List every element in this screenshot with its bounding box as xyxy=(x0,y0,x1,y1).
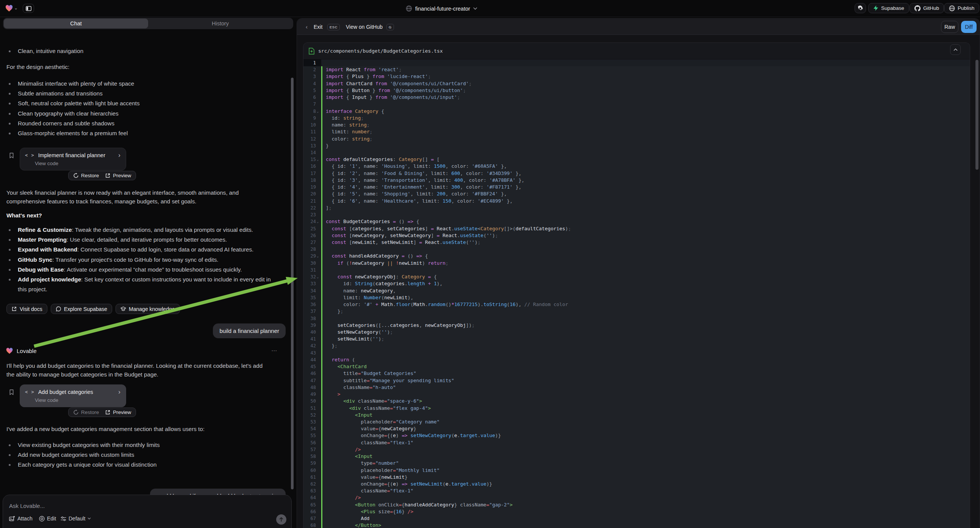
esc-key-badge: ESC xyxy=(327,24,340,30)
project-switcher[interactable]: financial-future-creator xyxy=(406,0,477,17)
code-line: 11 limit: number; xyxy=(304,129,970,135)
supabase-label: Supabase xyxy=(881,5,904,11)
exit-button[interactable]: Exit xyxy=(313,19,322,35)
logo-chevron-down-icon[interactable]: ⌄ xyxy=(14,5,18,11)
code-line: 7 xyxy=(304,101,970,108)
raw-toggle-button[interactable]: Raw xyxy=(941,21,958,33)
code-line: 21 { id: '6', name: 'Healthcare', limit:… xyxy=(304,198,970,205)
github-label: GitHub xyxy=(923,5,939,11)
file-added-icon xyxy=(309,48,314,54)
view-code-link[interactable]: View code xyxy=(35,161,121,166)
preview-button[interactable]: Preview xyxy=(105,173,131,178)
chip-explore-supabase[interactable]: Explore Supabase xyxy=(51,304,112,314)
code-icon: < > xyxy=(25,153,35,158)
github-button[interactable]: GitHub xyxy=(910,3,944,13)
view-code-link[interactable]: View code xyxy=(35,397,121,403)
lovable-avatar xyxy=(6,348,13,354)
collapse-file-button[interactable] xyxy=(950,44,961,55)
code-line: 31 xyxy=(304,267,970,274)
send-button[interactable] xyxy=(276,514,286,525)
code-line: 59 type="number" xyxy=(304,460,970,467)
bullet-item: Expand with Backend: Connect Supabase to… xyxy=(6,245,280,254)
file-path: src/components/budget/BudgetCategories.t… xyxy=(318,48,443,54)
settings-button[interactable] xyxy=(854,3,866,13)
composer-placeholder: Ask Lovable... xyxy=(9,503,45,509)
tab-history[interactable]: History xyxy=(148,19,293,29)
fold-chevron-icon[interactable]: ⌄ xyxy=(317,253,318,259)
version-card[interactable]: < >Implement financial planner›View code… xyxy=(20,148,126,170)
bullet-item: Add project knowledge: Set key context o… xyxy=(6,275,280,294)
bullet-item: Subtle animations and transitions xyxy=(6,89,280,99)
code-line: 50 <div className="space-y-6"> xyxy=(304,398,970,404)
version-card-title: Implement financial planner xyxy=(38,152,119,158)
fold-chevron-icon[interactable]: ⌄ xyxy=(317,108,318,115)
attach-label: Attach xyxy=(18,515,33,522)
restore-icon xyxy=(73,173,79,178)
chevron-up-icon xyxy=(953,48,958,51)
code-viewer-panel: ‹ Exit ESC View on GitHub G Raw Diff src… xyxy=(297,18,980,528)
restore-preview-bar: RestorePreview xyxy=(68,171,136,180)
assistant-heading: What's next? xyxy=(6,212,42,219)
bullet-list: Minimalist interface with plenty of whit… xyxy=(6,79,280,138)
restore-button[interactable]: Restore xyxy=(73,173,99,178)
code-line: 17 { id: '2', name: 'Food & Dining', lim… xyxy=(304,170,970,177)
code-line: 40 setNewCategory(''); xyxy=(304,329,970,336)
code-line: 13} xyxy=(304,142,970,149)
code-line: 41 setNewLimit(''); xyxy=(304,336,970,342)
code-line: 29⌄ const handleAddCategory = () => { xyxy=(304,253,970,259)
view-on-github-button[interactable]: View on GitHub xyxy=(346,19,383,35)
code-line: 48 className="h-auto" xyxy=(304,384,970,391)
github-icon xyxy=(915,5,921,11)
app-root: ⌄ financial-future-creator xyxy=(0,0,980,528)
code-line: 63 className="flex-1" xyxy=(304,487,970,494)
message-menu-button[interactable]: ⋯ xyxy=(271,347,277,354)
mode-selector[interactable]: Default xyxy=(60,515,91,522)
code-line: 20 { id: '5', name: 'Shopping', limit: 2… xyxy=(304,191,970,197)
diff-toggle-button[interactable]: Diff xyxy=(961,21,977,33)
code-line: 5import { Button } from '@/components/ui… xyxy=(304,87,970,94)
code-line: 30 if (!newCategory || !newLimit) return… xyxy=(304,260,970,267)
code-line: 43 xyxy=(304,350,970,356)
bookmark-icon xyxy=(9,390,14,395)
chip-manage-knowledge[interactable]: Manage knowledge xyxy=(116,304,180,314)
publish-label: Publish xyxy=(958,5,974,11)
editor-scrollbar[interactable] xyxy=(975,60,978,170)
code-area[interactable]: 12import React from 'react';3import { Pl… xyxy=(304,59,970,528)
edit-button[interactable]: Edit xyxy=(39,515,56,522)
supabase-button[interactable]: Supabase xyxy=(868,3,909,13)
code-line: 56 className="flex-1" xyxy=(304,439,970,446)
bullet-item: Clean, intuitive navigation xyxy=(6,46,280,56)
bookmark-icon[interactable] xyxy=(9,390,14,395)
publish-button[interactable]: Publish xyxy=(944,3,979,13)
globe-icon xyxy=(406,5,412,12)
bullet-item: Glass-morphic elements for a premium fee… xyxy=(6,129,280,138)
fold-chevron-icon[interactable]: ⌄ xyxy=(317,156,318,163)
code-line: 55 onChange={(e) => setNewCategory(e.tar… xyxy=(304,432,970,439)
fold-chevron-icon[interactable]: ⌄ xyxy=(317,274,318,280)
assistant-paragraph: I'll help you add budget categories to t… xyxy=(6,361,280,379)
code-line: 64 /> xyxy=(304,494,970,501)
attach-button[interactable]: Attach xyxy=(9,515,33,522)
assistant-paragraph: I've added a new budget categories manag… xyxy=(6,425,280,433)
version-card[interactable]: < >Add budget categories›View codeRestor… xyxy=(20,385,126,407)
bookmark-icon[interactable] xyxy=(9,153,14,158)
lovable-logo-icon[interactable] xyxy=(5,5,13,12)
chip-visit-docs[interactable]: Visit docs xyxy=(6,304,47,314)
code-line: 44 return ( xyxy=(304,356,970,363)
sidebar-toggle-button[interactable] xyxy=(23,4,34,13)
code-line: 42 }; xyxy=(304,342,970,349)
chat-scrollbar[interactable] xyxy=(291,78,294,489)
restore-button[interactable]: Restore xyxy=(73,409,99,415)
preview-button[interactable]: Preview xyxy=(105,409,131,415)
code-line: 15⌄const defaultCategories: Category[] =… xyxy=(304,156,970,163)
code-line: 16 { id: '1', name: 'Housing', limit: 15… xyxy=(304,163,970,170)
code-line: 19 { id: '4', name: 'Entertainment', lim… xyxy=(304,184,970,191)
code-line: 62 onChange={(e) => setNewLimit(e.target… xyxy=(304,481,970,487)
code-line: 51 <div className="flex gap-4"> xyxy=(304,405,970,412)
fold-chevron-icon[interactable]: ⌄ xyxy=(317,218,318,225)
code-line: 35 limit: Number(newLimit), xyxy=(304,294,970,301)
file-header[interactable]: src/components/budget/BudgetCategories.t… xyxy=(304,43,970,59)
g-key-badge: G xyxy=(387,24,394,30)
tab-chat[interactable]: Chat xyxy=(4,19,148,29)
composer[interactable]: Ask Lovable... Attach Edit xyxy=(3,495,292,528)
